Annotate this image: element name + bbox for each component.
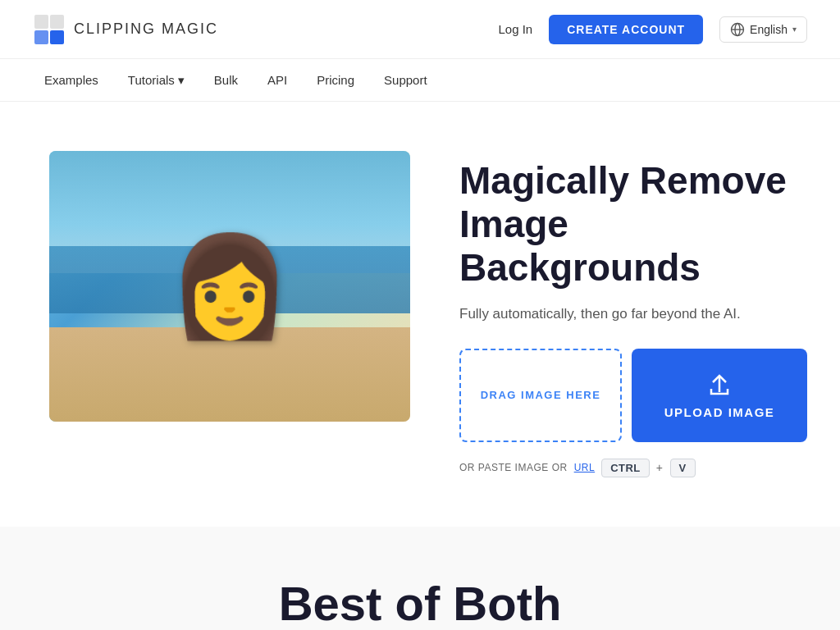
svg-rect-0: [34, 15, 48, 29]
nav-item-support[interactable]: Support: [372, 68, 439, 92]
header-actions: Log In CREATE ACCOUNT English ▾: [498, 15, 807, 44]
bottom-section: Best of Both: [0, 527, 840, 630]
upload-icon: [706, 371, 733, 397]
main-nav: Examples Tutorials ▾ Bulk API Pricing Su…: [0, 59, 840, 102]
svg-rect-2: [34, 30, 48, 44]
bottom-title: Best of Both: [33, 576, 807, 630]
hero-image: 👩: [49, 151, 410, 422]
logo-icon: [33, 13, 66, 46]
hero-content: Magically Remove Image Backgrounds Fully…: [459, 151, 807, 477]
paste-text: OR PASTE IMAGE OR: [459, 462, 568, 473]
nav-item-pricing[interactable]: Pricing: [305, 68, 366, 92]
upload-image-button[interactable]: UPLOAD IMAGE: [632, 349, 807, 442]
language-selector[interactable]: English ▾: [719, 16, 807, 43]
nav-item-tutorials[interactable]: Tutorials ▾: [116, 68, 196, 93]
create-account-button[interactable]: CREATE ACCOUNT: [549, 15, 703, 44]
hero-title: Magically Remove Image Backgrounds: [459, 159, 807, 290]
nav-item-api[interactable]: API: [256, 68, 299, 92]
hero-section: 👩 Magically Remove Image Backgrounds Ful…: [0, 102, 840, 527]
plus-separator: +: [656, 461, 664, 474]
hero-person-image: 👩: [49, 151, 410, 422]
svg-rect-1: [50, 15, 64, 29]
drag-drop-zone[interactable]: DRAG IMAGE HERE: [459, 349, 622, 442]
language-label: English: [750, 23, 788, 36]
logo[interactable]: CLIPPING MAGIC: [33, 13, 218, 46]
paste-row: OR PASTE IMAGE OR URL CTRL + V: [459, 459, 807, 477]
hero-subtitle: Fully automatically, then go far beyond …: [459, 306, 807, 322]
chevron-down-icon: ▾: [178, 73, 185, 88]
nav-item-examples[interactable]: Examples: [33, 68, 110, 92]
globe-icon: [730, 22, 745, 37]
header: CLIPPING MAGIC Log In CREATE ACCOUNT Eng…: [0, 0, 840, 59]
url-link[interactable]: URL: [574, 462, 596, 473]
upload-area: DRAG IMAGE HERE UPLOAD IMAGE: [459, 349, 807, 442]
ctrl-key-badge: CTRL: [601, 459, 650, 477]
logo-text: CLIPPING MAGIC: [74, 21, 218, 38]
v-key-badge: V: [670, 459, 696, 477]
svg-rect-3: [50, 30, 64, 44]
nav-item-bulk[interactable]: Bulk: [203, 68, 249, 92]
log-in-button[interactable]: Log In: [498, 22, 532, 36]
chevron-down-icon: ▾: [792, 25, 797, 34]
